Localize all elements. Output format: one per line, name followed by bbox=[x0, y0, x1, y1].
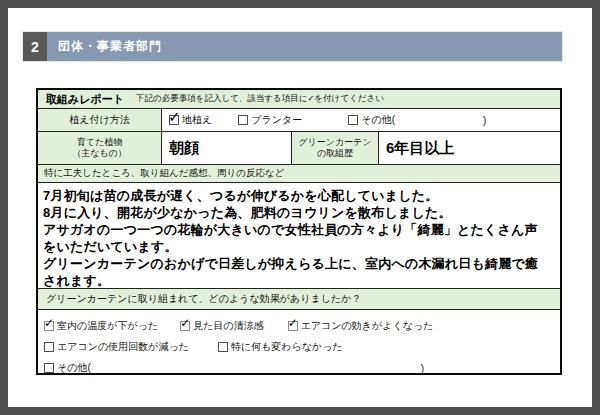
history-label-line1: グリーンカーテン bbox=[298, 137, 371, 148]
report-title-row: 取組みレポート 下記の必要事項を記入して、該当する項目に✓を付けてください bbox=[38, 90, 560, 109]
impressions-line: されます。 bbox=[43, 272, 555, 289]
effects-line-3: その他( ) bbox=[44, 361, 560, 375]
checkbox-aircon-less-box bbox=[44, 342, 54, 352]
history-label: グリーンカーテン の取組歴 bbox=[292, 132, 379, 164]
checkbox-planter-box bbox=[238, 115, 248, 125]
checkbox-temp-down[interactable]: ✓ 室内の温度が下がった bbox=[44, 319, 158, 333]
checkbox-aircon-better[interactable]: ✓ エアコンの効きがよくなった bbox=[288, 319, 434, 333]
impressions-line: 8月に入り、開花が少なかった為、肥料のヨウリンを散布しました。 bbox=[43, 204, 555, 221]
checkbox-temp-down-label: 室内の温度が下がった bbox=[57, 319, 158, 333]
effects-question: グリーンカーテンに取り組まれて、どのような効果がありましたか？ bbox=[38, 289, 560, 310]
planting-method-label: 植え付け方法 bbox=[38, 109, 162, 131]
checkbox-no-change[interactable]: 特に何も変わらなかった bbox=[218, 340, 343, 354]
checkbox-aircon-better-box: ✓ bbox=[288, 321, 298, 331]
check-icon: ✓ bbox=[44, 317, 54, 329]
plant-value[interactable]: 朝顔 bbox=[162, 132, 292, 164]
check-icon: ✓ bbox=[168, 109, 181, 124]
checkbox-effects-other-label: その他( bbox=[57, 361, 91, 375]
checkbox-sonota-top-label: その他( bbox=[361, 113, 395, 127]
checkbox-jiue-box: ✓ bbox=[169, 115, 179, 125]
plant-label-line1: 育てた植物 bbox=[77, 137, 122, 148]
checkbox-sonota-top[interactable]: その他( bbox=[348, 113, 395, 127]
plant-history-row: 育てた植物 （主なもの） 朝顔 グリーンカーテン の取組歴 6年目以上 bbox=[38, 132, 560, 165]
checkbox-cool-look-box: ✓ bbox=[180, 321, 190, 331]
effects-line-2: エアコンの使用回数が減った 特に何も変わらなかった bbox=[44, 340, 560, 354]
checkbox-cool-look[interactable]: ✓ 見た目の清涼感 bbox=[180, 319, 263, 333]
plant-label-line2: （主なもの） bbox=[72, 148, 127, 159]
checkbox-jiue-label: 地植え bbox=[182, 113, 212, 127]
section-title: 団体・事業者部門 bbox=[58, 38, 162, 55]
checkbox-aircon-better-label: エアコンの効きがよくなった bbox=[301, 319, 434, 333]
impressions-label: 特に工夫したところ、取り組んだ感想、周りの反応など bbox=[38, 165, 560, 183]
report-title: 取組みレポート bbox=[46, 92, 124, 107]
effects-line-1: ✓ 室内の温度が下がった ✓ 見た目の清涼感 ✓ エアコンの効きがよくなった bbox=[44, 319, 560, 333]
checkbox-planter-label: プランター bbox=[251, 113, 302, 127]
checkbox-cool-look-label: 見た目の清涼感 bbox=[193, 319, 263, 333]
impressions-line: グリーンカーテンのおかげで日差しが抑えらる上に、室内への木漏れ日も綺麗で癒 bbox=[43, 255, 555, 272]
checkbox-no-change-label: 特に何も変わらなかった bbox=[231, 340, 343, 354]
impressions-line: アサガオの一つ一つの花輪が大きいので女性社員の方々より「綺麗」とたくさん声 bbox=[43, 221, 555, 238]
checkbox-aircon-less[interactable]: エアコンの使用回数が減った bbox=[44, 340, 189, 354]
impressions-line: をいただいています。 bbox=[43, 238, 555, 255]
impressions-text[interactable]: 7月初旬は苗の成長が遅く、つるが伸びるかを心配していました。 8月に入り、開花が… bbox=[38, 183, 560, 289]
checkbox-effects-other[interactable]: その他( bbox=[44, 361, 91, 375]
check-icon: ✓ bbox=[288, 317, 298, 329]
checkbox-aircon-less-label: エアコンの使用回数が減った bbox=[57, 340, 189, 354]
effects-options: ✓ 室内の温度が下がった ✓ 見た目の清涼感 ✓ エアコンの効きがよくなった エ… bbox=[38, 310, 560, 382]
planting-method-row: 植え付け方法 ✓ 地植え プランター その他( ) bbox=[38, 109, 560, 132]
checkbox-planter[interactable]: プランター bbox=[238, 113, 302, 127]
effects-close-paren: ) bbox=[421, 363, 424, 374]
planting-method-options: ✓ 地植え プランター その他( ) bbox=[162, 109, 560, 131]
report-table: 取組みレポート 下記の必要事項を記入して、該当する項目に✓を付けてください 植え… bbox=[36, 88, 562, 375]
checkbox-effects-other-box bbox=[44, 363, 54, 373]
checkbox-temp-down-box: ✓ bbox=[44, 321, 54, 331]
checkbox-no-change-box bbox=[218, 342, 228, 352]
check-icon: ✓ bbox=[180, 317, 190, 329]
page: 2 団体・事業者部門 取組みレポート 下記の必要事項を記入して、該当する項目に✓… bbox=[0, 0, 600, 415]
report-instruction: 下記の必要事項を記入して、該当する項目に✓を付けてください bbox=[136, 93, 384, 105]
impressions-line: 7月初旬は苗の成長が遅く、つるが伸びるかを心配していました。 bbox=[43, 187, 555, 204]
checkbox-jiue[interactable]: ✓ 地植え bbox=[169, 113, 212, 127]
close-paren: ) bbox=[483, 115, 486, 126]
section-number: 2 bbox=[23, 32, 47, 61]
plant-label: 育てた植物 （主なもの） bbox=[38, 132, 162, 164]
section-header: 2 団体・事業者部門 bbox=[23, 32, 562, 61]
history-value[interactable]: 6年目以上 bbox=[379, 132, 560, 164]
history-label-line2: の取組歴 bbox=[317, 148, 353, 159]
checkbox-sonota-top-box bbox=[348, 115, 358, 125]
